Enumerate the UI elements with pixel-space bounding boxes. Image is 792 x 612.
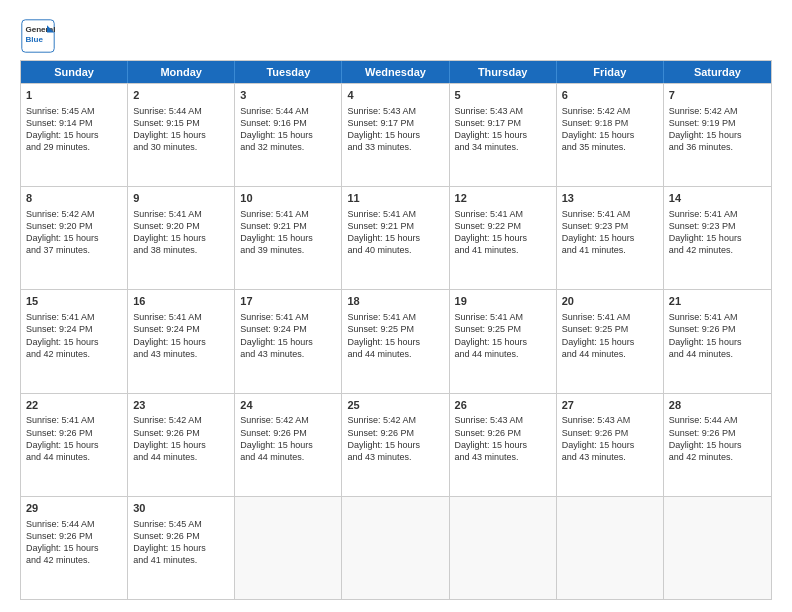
day-number: 28 xyxy=(669,398,766,413)
calendar-cell: 27Sunrise: 5:43 AM Sunset: 9:26 PM Dayli… xyxy=(557,394,664,496)
day-info: Sunrise: 5:43 AM Sunset: 9:17 PM Dayligh… xyxy=(455,106,528,152)
header-day-tuesday: Tuesday xyxy=(235,61,342,83)
calendar-cell xyxy=(235,497,342,599)
calendar-cell: 14Sunrise: 5:41 AM Sunset: 9:23 PM Dayli… xyxy=(664,187,771,289)
calendar-cell: 1Sunrise: 5:45 AM Sunset: 9:14 PM Daylig… xyxy=(21,84,128,186)
day-number: 29 xyxy=(26,501,122,516)
day-number: 4 xyxy=(347,88,443,103)
calendar-cell: 26Sunrise: 5:43 AM Sunset: 9:26 PM Dayli… xyxy=(450,394,557,496)
day-number: 6 xyxy=(562,88,658,103)
calendar-row-2: 15Sunrise: 5:41 AM Sunset: 9:24 PM Dayli… xyxy=(21,289,771,392)
calendar-row-0: 1Sunrise: 5:45 AM Sunset: 9:14 PM Daylig… xyxy=(21,83,771,186)
header-day-friday: Friday xyxy=(557,61,664,83)
calendar-cell: 12Sunrise: 5:41 AM Sunset: 9:22 PM Dayli… xyxy=(450,187,557,289)
header-day-monday: Monday xyxy=(128,61,235,83)
calendar-row-4: 29Sunrise: 5:44 AM Sunset: 9:26 PM Dayli… xyxy=(21,496,771,599)
calendar: SundayMondayTuesdayWednesdayThursdayFrid… xyxy=(20,60,772,600)
day-number: 22 xyxy=(26,398,122,413)
calendar-cell: 17Sunrise: 5:41 AM Sunset: 9:24 PM Dayli… xyxy=(235,290,342,392)
calendar-cell xyxy=(450,497,557,599)
day-number: 1 xyxy=(26,88,122,103)
calendar-cell: 9Sunrise: 5:41 AM Sunset: 9:20 PM Daylig… xyxy=(128,187,235,289)
calendar-cell: 10Sunrise: 5:41 AM Sunset: 9:21 PM Dayli… xyxy=(235,187,342,289)
day-info: Sunrise: 5:41 AM Sunset: 9:22 PM Dayligh… xyxy=(455,209,528,255)
calendar-cell: 13Sunrise: 5:41 AM Sunset: 9:23 PM Dayli… xyxy=(557,187,664,289)
day-info: Sunrise: 5:43 AM Sunset: 9:26 PM Dayligh… xyxy=(562,415,635,461)
day-info: Sunrise: 5:42 AM Sunset: 9:20 PM Dayligh… xyxy=(26,209,99,255)
day-info: Sunrise: 5:44 AM Sunset: 9:26 PM Dayligh… xyxy=(669,415,742,461)
day-info: Sunrise: 5:42 AM Sunset: 9:26 PM Dayligh… xyxy=(240,415,313,461)
logo: General Blue xyxy=(20,18,56,54)
day-number: 2 xyxy=(133,88,229,103)
calendar-cell xyxy=(664,497,771,599)
header-day-saturday: Saturday xyxy=(664,61,771,83)
calendar-cell: 23Sunrise: 5:42 AM Sunset: 9:26 PM Dayli… xyxy=(128,394,235,496)
calendar-cell: 24Sunrise: 5:42 AM Sunset: 9:26 PM Dayli… xyxy=(235,394,342,496)
day-number: 5 xyxy=(455,88,551,103)
day-info: Sunrise: 5:42 AM Sunset: 9:18 PM Dayligh… xyxy=(562,106,635,152)
logo-icon: General Blue xyxy=(20,18,56,54)
day-info: Sunrise: 5:41 AM Sunset: 9:20 PM Dayligh… xyxy=(133,209,206,255)
day-info: Sunrise: 5:45 AM Sunset: 9:14 PM Dayligh… xyxy=(26,106,99,152)
day-info: Sunrise: 5:42 AM Sunset: 9:26 PM Dayligh… xyxy=(347,415,420,461)
day-number: 11 xyxy=(347,191,443,206)
day-number: 9 xyxy=(133,191,229,206)
calendar-cell: 5Sunrise: 5:43 AM Sunset: 9:17 PM Daylig… xyxy=(450,84,557,186)
day-info: Sunrise: 5:43 AM Sunset: 9:17 PM Dayligh… xyxy=(347,106,420,152)
day-info: Sunrise: 5:41 AM Sunset: 9:25 PM Dayligh… xyxy=(347,312,420,358)
day-number: 21 xyxy=(669,294,766,309)
header-day-wednesday: Wednesday xyxy=(342,61,449,83)
day-info: Sunrise: 5:42 AM Sunset: 9:26 PM Dayligh… xyxy=(133,415,206,461)
day-number: 24 xyxy=(240,398,336,413)
day-number: 25 xyxy=(347,398,443,413)
calendar-body: 1Sunrise: 5:45 AM Sunset: 9:14 PM Daylig… xyxy=(21,83,771,599)
calendar-header: SundayMondayTuesdayWednesdayThursdayFrid… xyxy=(21,61,771,83)
day-number: 27 xyxy=(562,398,658,413)
calendar-row-3: 22Sunrise: 5:41 AM Sunset: 9:26 PM Dayli… xyxy=(21,393,771,496)
calendar-cell: 28Sunrise: 5:44 AM Sunset: 9:26 PM Dayli… xyxy=(664,394,771,496)
day-info: Sunrise: 5:45 AM Sunset: 9:26 PM Dayligh… xyxy=(133,519,206,565)
calendar-cell xyxy=(342,497,449,599)
calendar-cell: 29Sunrise: 5:44 AM Sunset: 9:26 PM Dayli… xyxy=(21,497,128,599)
day-info: Sunrise: 5:43 AM Sunset: 9:26 PM Dayligh… xyxy=(455,415,528,461)
day-number: 20 xyxy=(562,294,658,309)
calendar-cell: 8Sunrise: 5:42 AM Sunset: 9:20 PM Daylig… xyxy=(21,187,128,289)
day-number: 19 xyxy=(455,294,551,309)
day-info: Sunrise: 5:41 AM Sunset: 9:26 PM Dayligh… xyxy=(669,312,742,358)
day-number: 3 xyxy=(240,88,336,103)
day-number: 10 xyxy=(240,191,336,206)
calendar-row-1: 8Sunrise: 5:42 AM Sunset: 9:20 PM Daylig… xyxy=(21,186,771,289)
day-number: 26 xyxy=(455,398,551,413)
calendar-cell: 2Sunrise: 5:44 AM Sunset: 9:15 PM Daylig… xyxy=(128,84,235,186)
calendar-cell: 25Sunrise: 5:42 AM Sunset: 9:26 PM Dayli… xyxy=(342,394,449,496)
day-info: Sunrise: 5:41 AM Sunset: 9:25 PM Dayligh… xyxy=(562,312,635,358)
calendar-cell xyxy=(557,497,664,599)
day-number: 23 xyxy=(133,398,229,413)
day-number: 15 xyxy=(26,294,122,309)
day-number: 14 xyxy=(669,191,766,206)
day-info: Sunrise: 5:41 AM Sunset: 9:24 PM Dayligh… xyxy=(240,312,313,358)
day-info: Sunrise: 5:41 AM Sunset: 9:21 PM Dayligh… xyxy=(347,209,420,255)
header-day-thursday: Thursday xyxy=(450,61,557,83)
calendar-cell: 11Sunrise: 5:41 AM Sunset: 9:21 PM Dayli… xyxy=(342,187,449,289)
calendar-cell: 15Sunrise: 5:41 AM Sunset: 9:24 PM Dayli… xyxy=(21,290,128,392)
calendar-cell: 6Sunrise: 5:42 AM Sunset: 9:18 PM Daylig… xyxy=(557,84,664,186)
calendar-cell: 7Sunrise: 5:42 AM Sunset: 9:19 PM Daylig… xyxy=(664,84,771,186)
day-number: 13 xyxy=(562,191,658,206)
calendar-cell: 4Sunrise: 5:43 AM Sunset: 9:17 PM Daylig… xyxy=(342,84,449,186)
header-day-sunday: Sunday xyxy=(21,61,128,83)
day-info: Sunrise: 5:41 AM Sunset: 9:24 PM Dayligh… xyxy=(133,312,206,358)
day-info: Sunrise: 5:41 AM Sunset: 9:26 PM Dayligh… xyxy=(26,415,99,461)
calendar-cell: 3Sunrise: 5:44 AM Sunset: 9:16 PM Daylig… xyxy=(235,84,342,186)
day-info: Sunrise: 5:41 AM Sunset: 9:23 PM Dayligh… xyxy=(562,209,635,255)
day-number: 18 xyxy=(347,294,443,309)
day-info: Sunrise: 5:41 AM Sunset: 9:21 PM Dayligh… xyxy=(240,209,313,255)
day-number: 7 xyxy=(669,88,766,103)
day-number: 12 xyxy=(455,191,551,206)
day-info: Sunrise: 5:41 AM Sunset: 9:25 PM Dayligh… xyxy=(455,312,528,358)
day-info: Sunrise: 5:41 AM Sunset: 9:24 PM Dayligh… xyxy=(26,312,99,358)
calendar-cell: 22Sunrise: 5:41 AM Sunset: 9:26 PM Dayli… xyxy=(21,394,128,496)
calendar-cell: 30Sunrise: 5:45 AM Sunset: 9:26 PM Dayli… xyxy=(128,497,235,599)
day-info: Sunrise: 5:44 AM Sunset: 9:15 PM Dayligh… xyxy=(133,106,206,152)
day-info: Sunrise: 5:41 AM Sunset: 9:23 PM Dayligh… xyxy=(669,209,742,255)
